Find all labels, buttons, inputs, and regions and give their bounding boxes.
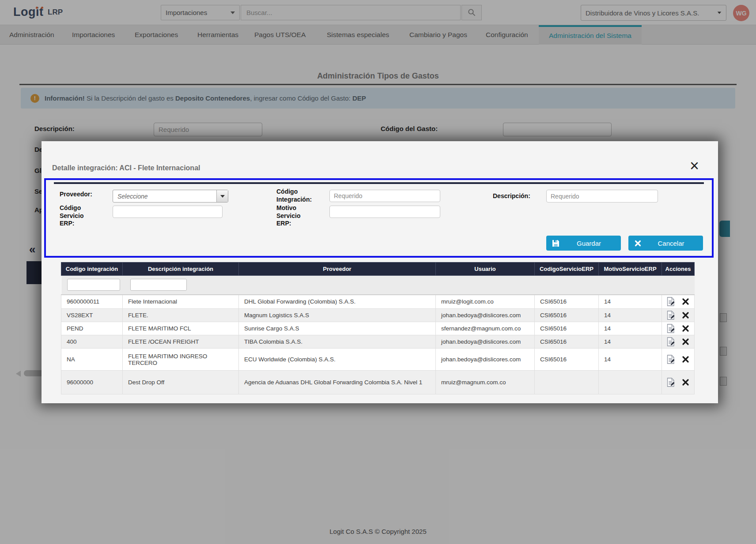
delete-x-icon xyxy=(682,311,689,319)
table-row[interactable]: 400 FLETE /OCEAN FREIGHT TIBA Colombia S… xyxy=(61,335,695,349)
cell-usuario: johan.bedoya@dislicores.com xyxy=(436,349,535,371)
cell-codigo-erp: CSI65016 xyxy=(535,309,599,322)
delete-x-icon xyxy=(682,338,689,345)
cell-motivo-erp: 14 xyxy=(599,295,662,309)
cell-codigo: 400 xyxy=(61,335,123,349)
delete-button[interactable] xyxy=(682,325,689,332)
detalle-integracion-dialog: Detalle integración: ACI - Flete Interna… xyxy=(42,141,718,403)
cell-usuario: mruiz@magnum.com.co xyxy=(436,371,535,394)
cell-codigo: NA xyxy=(61,349,123,371)
delete-x-icon xyxy=(682,325,689,332)
save-button[interactable]: Guardar xyxy=(546,236,621,251)
cell-proveedor: ECU Worldwide (Colombia) S.A.S. xyxy=(239,349,436,371)
cell-proveedor: Agencia de Aduanas DHL Global Forwarding… xyxy=(239,371,436,394)
cell-codigo-erp xyxy=(535,371,599,394)
edit-icon xyxy=(667,324,676,333)
table-row[interactable]: NA FLETE MARITIMO INGRESO TERCERO ECU Wo… xyxy=(61,349,695,371)
cell-descripcion: FLETE. xyxy=(123,309,239,322)
descripcion-modal-label: Descripción: xyxy=(493,192,530,200)
edit-icon xyxy=(667,355,676,364)
cancel-button-label: Cancelar xyxy=(647,240,703,247)
delete-button[interactable] xyxy=(682,311,689,319)
table-row[interactable]: VS28EXT FLETE. Magnum Logistics S.A.S jo… xyxy=(61,309,695,322)
descripcion-modal-input[interactable] xyxy=(546,190,658,203)
form-top-divider xyxy=(54,182,704,184)
filter-codigo-input[interactable] xyxy=(67,279,120,291)
cell-motivo-erp xyxy=(599,371,662,394)
col-codigo-servicio-erp: CodigoServicioERP xyxy=(535,263,599,276)
delete-button[interactable] xyxy=(682,379,689,386)
edit-icon xyxy=(667,337,676,346)
cell-codigo: 96000000 xyxy=(61,371,123,394)
close-icon[interactable]: × xyxy=(690,158,699,174)
cell-motivo-erp: 14 xyxy=(599,309,662,322)
cell-proveedor: Sunrise Cargo S.A.S xyxy=(239,322,436,335)
motivo-servicio-erp-input[interactable] xyxy=(329,206,440,218)
cell-codigo: PEND xyxy=(61,322,123,335)
cell-proveedor: DHL Global Forwarding (Colombia) S.A.S. xyxy=(239,295,436,309)
cell-motivo-erp: 14 xyxy=(599,322,662,335)
application-window: Logit LRP Importaciones Distribuidora de… xyxy=(0,0,756,544)
delete-x-icon xyxy=(682,379,689,386)
cell-usuario: johan.bedoya@dislicores.com xyxy=(436,309,535,322)
cell-usuario: mruiz@logit.com.co xyxy=(436,295,535,309)
col-acciones: Acciones xyxy=(662,263,695,276)
save-button-label: Guardar xyxy=(565,240,621,247)
cell-codigo-erp: CSI65016 xyxy=(535,349,599,371)
cell-descripcion: FLETE MARITIMO FCL xyxy=(123,322,239,335)
table-filter-row xyxy=(61,276,695,295)
table-row[interactable]: 96000000 Dest Drop Off Agencia de Aduana… xyxy=(61,371,695,394)
delete-button[interactable] xyxy=(682,338,689,345)
edit-button[interactable] xyxy=(667,297,676,306)
cell-proveedor: Magnum Logistics S.A.S xyxy=(239,309,436,322)
col-descripcion-integracion: Descripción integración xyxy=(123,263,239,276)
col-motivo-servicio-erp: MotivoServicioERP xyxy=(599,263,662,276)
edit-icon xyxy=(667,297,676,306)
col-usuario: Usuario xyxy=(436,263,535,276)
codigo-servicio-erp-input[interactable] xyxy=(113,206,223,218)
proveedor-select[interactable]: Seleccione xyxy=(113,190,228,203)
cell-motivo-erp: 14 xyxy=(599,349,662,371)
table-row[interactable]: PEND FLETE MARITIMO FCL Sunrise Cargo S.… xyxy=(61,322,695,335)
delete-x-icon xyxy=(682,356,689,363)
filter-descripcion-input[interactable] xyxy=(130,279,187,291)
cancel-x-icon xyxy=(628,240,647,247)
cell-descripcion: Flete Internacional xyxy=(123,295,239,309)
cell-descripcion: FLETE MARITIMO INGRESO TERCERO xyxy=(123,349,239,371)
dialog-title: Detalle integración: ACI - Flete Interna… xyxy=(52,164,200,172)
edit-button[interactable] xyxy=(667,378,676,387)
save-floppy-icon xyxy=(546,240,565,247)
cell-descripcion: FLETE /OCEAN FREIGHT xyxy=(123,335,239,349)
select-dropdown-button[interactable] xyxy=(216,190,228,202)
integration-form-highlight-box: Proveedor: Seleccione Código Integración… xyxy=(44,178,714,258)
cell-codigo: VS28EXT xyxy=(61,309,123,322)
codigo-servicio-erp-label: Código Servicio ERP: xyxy=(60,204,93,228)
cell-codigo: 9600000011 xyxy=(61,295,123,309)
table-row[interactable]: 9600000011 Flete Internacional DHL Globa… xyxy=(61,295,695,309)
delete-button[interactable] xyxy=(682,298,689,305)
proveedor-select-value: Seleccione xyxy=(113,190,216,202)
cell-codigo-erp: CSI65016 xyxy=(535,335,599,349)
codigo-integracion-input[interactable] xyxy=(329,190,440,202)
edit-icon xyxy=(667,378,676,387)
cell-usuario: sfernandez@magnum.com.co xyxy=(436,322,535,335)
delete-button[interactable] xyxy=(682,356,689,363)
cancel-button[interactable]: Cancelar xyxy=(628,236,703,251)
codigo-integracion-label: Código Integración: xyxy=(276,188,321,203)
col-proveedor: Proveedor xyxy=(239,263,436,276)
cell-codigo-erp: CSI65016 xyxy=(535,295,599,309)
edit-button[interactable] xyxy=(667,311,676,320)
edit-button[interactable] xyxy=(667,324,676,333)
integrations-table: Codigo integración Descripción integraci… xyxy=(61,262,695,394)
cell-codigo-erp: CSI65016 xyxy=(535,322,599,335)
proveedor-label: Proveedor: xyxy=(60,191,92,199)
edit-icon xyxy=(667,311,676,320)
edit-button[interactable] xyxy=(667,337,676,346)
delete-x-icon xyxy=(682,298,689,305)
edit-button[interactable] xyxy=(667,355,676,364)
chevron-down-icon xyxy=(220,195,225,198)
cell-motivo-erp: 14 xyxy=(599,335,662,349)
motivo-servicio-erp-label: Motivo Servicio ERP: xyxy=(276,204,310,228)
cell-usuario: johan.bedoya@dislicores.com xyxy=(436,335,535,349)
cell-proveedor: TIBA Colombia S.A.S. xyxy=(239,335,436,349)
